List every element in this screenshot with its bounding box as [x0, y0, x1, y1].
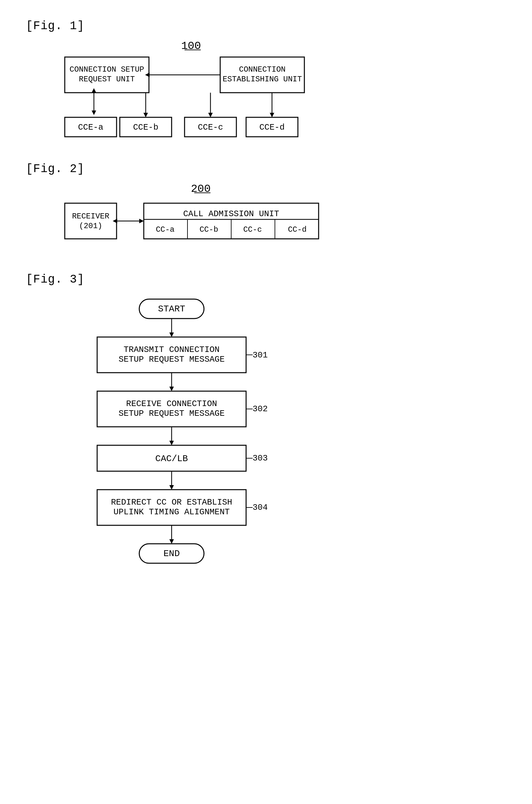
- step2-num: 302: [252, 404, 268, 414]
- arrow-head: [145, 73, 150, 77]
- cce-a-label: CCE-a: [78, 123, 103, 132]
- cau-title: CALL ADMISSION UNIT: [183, 209, 279, 219]
- cc-d: CC-d: [288, 225, 307, 234]
- arrow-head-down3: [208, 113, 213, 117]
- receiver-line1: RECEIVER: [72, 212, 109, 221]
- arrow-head-down2: [144, 113, 148, 117]
- csru-line2: REQUEST UNIT: [79, 75, 135, 84]
- step4-line1: REDIRECT CC OR ESTABLISH: [111, 497, 232, 507]
- arrow-head-down4: [270, 113, 274, 117]
- arrow-head-right: [139, 219, 144, 223]
- cce-b-label: CCE-b: [133, 123, 158, 132]
- fig2-diagram: 200 RECEIVER (201) CALL ADMISSION UNIT C…: [45, 182, 337, 253]
- arrow-head-down1: [92, 110, 96, 115]
- step1-num: 301: [252, 350, 268, 360]
- fig2-number: 200: [191, 183, 210, 195]
- arrow-head-up1: [92, 88, 96, 93]
- arr-head4: [169, 485, 174, 490]
- fig1-number: 100: [181, 40, 201, 52]
- receiver-box: [65, 203, 117, 239]
- end-label: END: [164, 549, 180, 559]
- receiver-line2: (201): [79, 222, 102, 231]
- fig3-diagram: START TRANSMIT CONNECTION SETUP REQUEST …: [45, 293, 337, 649]
- cc-a: CC-a: [156, 225, 174, 234]
- cc-b: CC-b: [200, 225, 218, 234]
- arrow-head-left: [113, 219, 117, 223]
- step3-label: CAC/LB: [155, 454, 188, 464]
- cc-c: CC-c: [243, 225, 262, 234]
- fig1-label: [Fig. 1]: [26, 19, 506, 33]
- arr-head2: [169, 387, 174, 391]
- csru-line1: CONNECTION SETUP: [70, 65, 144, 74]
- step2-line1: RECEIVE CONNECTION: [126, 399, 217, 409]
- arr-head5: [169, 539, 174, 544]
- arr-head1: [169, 332, 174, 337]
- fig1: [Fig. 1] 100 CONNECTION SETUP REQUEST UN…: [26, 19, 506, 143]
- fig3-label: [Fig. 3]: [26, 273, 506, 286]
- ceu-line2: ESTABLISHING UNIT: [223, 75, 302, 84]
- ceu-line1: CONNECTION: [239, 65, 286, 74]
- step1-line2: SETUP REQUEST MESSAGE: [118, 354, 225, 364]
- cce-d-label: CCE-d: [259, 123, 285, 132]
- step4-num: 304: [252, 502, 268, 512]
- fig2-label: [Fig. 2]: [26, 162, 506, 176]
- fig1-diagram: 100 CONNECTION SETUP REQUEST UNIT CONNEC…: [45, 39, 337, 143]
- fig2: [Fig. 2] 200 RECEIVER (201) CALL ADMISSI…: [26, 162, 506, 253]
- step3-num: 303: [252, 453, 268, 463]
- start-label: START: [158, 304, 185, 314]
- step2-line2: SETUP REQUEST MESSAGE: [118, 409, 225, 418]
- arr-head3: [169, 441, 174, 445]
- fig3: [Fig. 3] START TRANSMIT CONNECTION SETUP…: [26, 273, 506, 649]
- step4-line2: UPLINK TIMING ALIGNMENT: [114, 507, 230, 517]
- step1-line1: TRANSMIT CONNECTION: [124, 345, 220, 354]
- cce-c-label: CCE-c: [198, 123, 223, 132]
